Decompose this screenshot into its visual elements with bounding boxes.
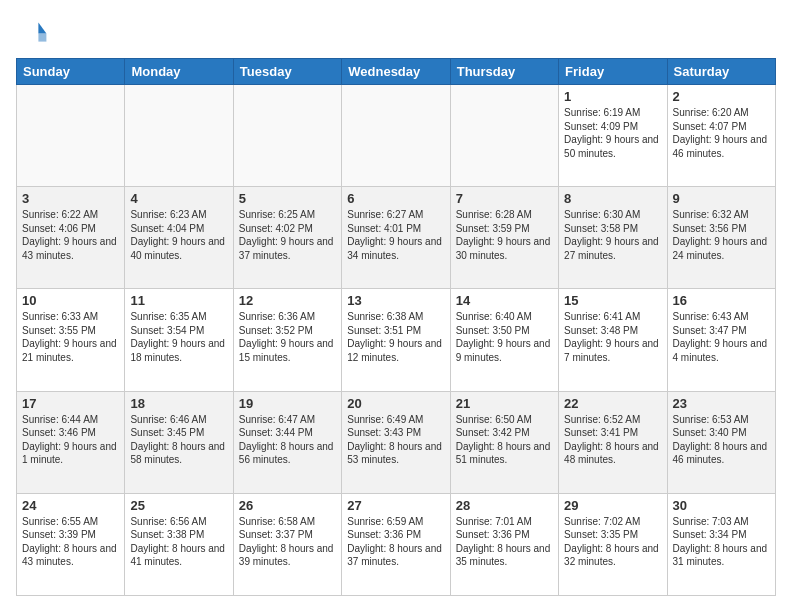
day-number: 27 [347,498,444,513]
day-cell: 13Sunrise: 6:38 AM Sunset: 3:51 PM Dayli… [342,289,450,391]
day-cell: 14Sunrise: 6:40 AM Sunset: 3:50 PM Dayli… [450,289,558,391]
day-cell [233,85,341,187]
day-cell [17,85,125,187]
day-cell: 26Sunrise: 6:58 AM Sunset: 3:37 PM Dayli… [233,493,341,595]
day-info: Sunrise: 7:02 AM Sunset: 3:35 PM Dayligh… [564,515,661,569]
logo [16,16,52,48]
day-cell: 4Sunrise: 6:23 AM Sunset: 4:04 PM Daylig… [125,187,233,289]
day-cell: 29Sunrise: 7:02 AM Sunset: 3:35 PM Dayli… [559,493,667,595]
day-number: 29 [564,498,661,513]
day-cell: 7Sunrise: 6:28 AM Sunset: 3:59 PM Daylig… [450,187,558,289]
day-cell: 3Sunrise: 6:22 AM Sunset: 4:06 PM Daylig… [17,187,125,289]
day-cell: 9Sunrise: 6:32 AM Sunset: 3:56 PM Daylig… [667,187,775,289]
day-number: 16 [673,293,770,308]
day-cell: 15Sunrise: 6:41 AM Sunset: 3:48 PM Dayli… [559,289,667,391]
day-info: Sunrise: 6:46 AM Sunset: 3:45 PM Dayligh… [130,413,227,467]
day-header-tuesday: Tuesday [233,59,341,85]
day-info: Sunrise: 6:30 AM Sunset: 3:58 PM Dayligh… [564,208,661,262]
day-info: Sunrise: 6:27 AM Sunset: 4:01 PM Dayligh… [347,208,444,262]
day-info: Sunrise: 6:20 AM Sunset: 4:07 PM Dayligh… [673,106,770,160]
day-number: 8 [564,191,661,206]
day-number: 22 [564,396,661,411]
day-number: 7 [456,191,553,206]
day-number: 14 [456,293,553,308]
day-cell [125,85,233,187]
day-info: Sunrise: 6:40 AM Sunset: 3:50 PM Dayligh… [456,310,553,364]
day-number: 24 [22,498,119,513]
day-info: Sunrise: 6:36 AM Sunset: 3:52 PM Dayligh… [239,310,336,364]
day-cell: 21Sunrise: 6:50 AM Sunset: 3:42 PM Dayli… [450,391,558,493]
day-info: Sunrise: 6:47 AM Sunset: 3:44 PM Dayligh… [239,413,336,467]
day-cell: 27Sunrise: 6:59 AM Sunset: 3:36 PM Dayli… [342,493,450,595]
day-number: 25 [130,498,227,513]
week-row-3: 17Sunrise: 6:44 AM Sunset: 3:46 PM Dayli… [17,391,776,493]
day-cell: 19Sunrise: 6:47 AM Sunset: 3:44 PM Dayli… [233,391,341,493]
day-info: Sunrise: 6:52 AM Sunset: 3:41 PM Dayligh… [564,413,661,467]
day-number: 28 [456,498,553,513]
day-info: Sunrise: 6:38 AM Sunset: 3:51 PM Dayligh… [347,310,444,364]
day-info: Sunrise: 6:28 AM Sunset: 3:59 PM Dayligh… [456,208,553,262]
day-cell: 22Sunrise: 6:52 AM Sunset: 3:41 PM Dayli… [559,391,667,493]
day-info: Sunrise: 6:33 AM Sunset: 3:55 PM Dayligh… [22,310,119,364]
day-cell [342,85,450,187]
day-number: 18 [130,396,227,411]
header [16,16,776,48]
day-cell: 1Sunrise: 6:19 AM Sunset: 4:09 PM Daylig… [559,85,667,187]
page: SundayMondayTuesdayWednesdayThursdayFrid… [0,0,792,612]
day-cell: 8Sunrise: 6:30 AM Sunset: 3:58 PM Daylig… [559,187,667,289]
day-number: 15 [564,293,661,308]
day-number: 4 [130,191,227,206]
day-info: Sunrise: 6:41 AM Sunset: 3:48 PM Dayligh… [564,310,661,364]
day-cell: 5Sunrise: 6:25 AM Sunset: 4:02 PM Daylig… [233,187,341,289]
day-info: Sunrise: 6:58 AM Sunset: 3:37 PM Dayligh… [239,515,336,569]
day-cell: 30Sunrise: 7:03 AM Sunset: 3:34 PM Dayli… [667,493,775,595]
day-number: 3 [22,191,119,206]
day-cell: 6Sunrise: 6:27 AM Sunset: 4:01 PM Daylig… [342,187,450,289]
calendar-header-row: SundayMondayTuesdayWednesdayThursdayFrid… [17,59,776,85]
day-cell: 28Sunrise: 7:01 AM Sunset: 3:36 PM Dayli… [450,493,558,595]
day-cell: 23Sunrise: 6:53 AM Sunset: 3:40 PM Dayli… [667,391,775,493]
week-row-4: 24Sunrise: 6:55 AM Sunset: 3:39 PM Dayli… [17,493,776,595]
day-header-sunday: Sunday [17,59,125,85]
day-info: Sunrise: 6:49 AM Sunset: 3:43 PM Dayligh… [347,413,444,467]
day-number: 20 [347,396,444,411]
day-number: 9 [673,191,770,206]
day-info: Sunrise: 6:44 AM Sunset: 3:46 PM Dayligh… [22,413,119,467]
day-number: 12 [239,293,336,308]
day-header-thursday: Thursday [450,59,558,85]
day-cell: 2Sunrise: 6:20 AM Sunset: 4:07 PM Daylig… [667,85,775,187]
day-cell: 18Sunrise: 6:46 AM Sunset: 3:45 PM Dayli… [125,391,233,493]
day-cell: 11Sunrise: 6:35 AM Sunset: 3:54 PM Dayli… [125,289,233,391]
day-cell: 17Sunrise: 6:44 AM Sunset: 3:46 PM Dayli… [17,391,125,493]
day-number: 1 [564,89,661,104]
day-cell: 20Sunrise: 6:49 AM Sunset: 3:43 PM Dayli… [342,391,450,493]
day-number: 10 [22,293,119,308]
day-number: 5 [239,191,336,206]
day-number: 19 [239,396,336,411]
day-info: Sunrise: 6:32 AM Sunset: 3:56 PM Dayligh… [673,208,770,262]
day-number: 17 [22,396,119,411]
day-info: Sunrise: 6:56 AM Sunset: 3:38 PM Dayligh… [130,515,227,569]
day-header-monday: Monday [125,59,233,85]
day-info: Sunrise: 7:01 AM Sunset: 3:36 PM Dayligh… [456,515,553,569]
day-cell: 16Sunrise: 6:43 AM Sunset: 3:47 PM Dayli… [667,289,775,391]
week-row-2: 10Sunrise: 6:33 AM Sunset: 3:55 PM Dayli… [17,289,776,391]
svg-marker-0 [38,22,46,33]
day-header-friday: Friday [559,59,667,85]
day-number: 11 [130,293,227,308]
day-number: 30 [673,498,770,513]
calendar: SundayMondayTuesdayWednesdayThursdayFrid… [16,58,776,596]
day-header-saturday: Saturday [667,59,775,85]
day-number: 23 [673,396,770,411]
day-cell: 12Sunrise: 6:36 AM Sunset: 3:52 PM Dayli… [233,289,341,391]
week-row-0: 1Sunrise: 6:19 AM Sunset: 4:09 PM Daylig… [17,85,776,187]
day-number: 26 [239,498,336,513]
day-header-wednesday: Wednesday [342,59,450,85]
day-info: Sunrise: 6:22 AM Sunset: 4:06 PM Dayligh… [22,208,119,262]
day-info: Sunrise: 6:19 AM Sunset: 4:09 PM Dayligh… [564,106,661,160]
day-number: 2 [673,89,770,104]
day-cell: 10Sunrise: 6:33 AM Sunset: 3:55 PM Dayli… [17,289,125,391]
logo-icon [16,16,48,48]
day-info: Sunrise: 6:35 AM Sunset: 3:54 PM Dayligh… [130,310,227,364]
day-info: Sunrise: 6:43 AM Sunset: 3:47 PM Dayligh… [673,310,770,364]
